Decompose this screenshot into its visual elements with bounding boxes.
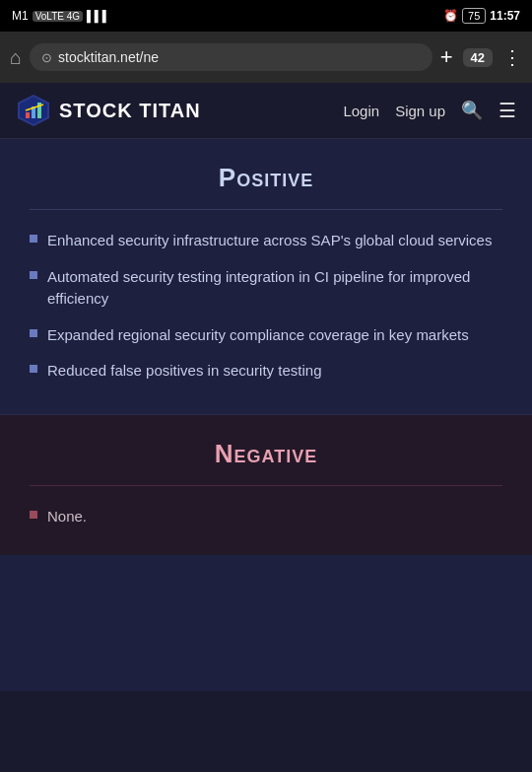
network-type-label: VoLTE 4G <box>33 11 83 22</box>
list-item: None. <box>30 506 502 528</box>
login-link[interactable]: Login <box>343 103 379 119</box>
site-logo[interactable]: STOCK TITAN <box>16 93 201 128</box>
bullet-text: Expanded regional security compliance co… <box>47 324 469 347</box>
search-icon[interactable]: 🔍 <box>461 100 483 121</box>
list-item: Enhanced security infrastructure across … <box>30 230 502 252</box>
status-right: ⏰ 75 11:57 <box>443 8 520 24</box>
url-security-icon: ⊙ <box>41 50 52 65</box>
bullet-icon <box>30 329 37 337</box>
negative-bullet-list: None. <box>30 506 502 528</box>
site-title: STOCK TITAN <box>59 100 201 122</box>
hamburger-menu-icon[interactable]: ☰ <box>499 99 516 122</box>
alarm-icon: ⏰ <box>443 9 458 23</box>
new-tab-button[interactable]: + <box>440 44 453 70</box>
positive-bullet-list: Enhanced security infrastructure across … <box>30 230 502 383</box>
browser-actions: + 42 ⋮ <box>440 44 522 70</box>
negative-divider <box>30 485 502 486</box>
site-nav: Login Sign up 🔍 ☰ <box>343 99 516 122</box>
positive-divider <box>30 209 502 210</box>
signup-link[interactable]: Sign up <box>395 103 445 119</box>
browser-chrome: ⌂ ⊙ stocktitan.net/ne + 42 ⋮ <box>0 32 532 83</box>
list-item: Reduced false positives in security test… <box>30 360 502 383</box>
signal-icon: ▌▌▌ <box>87 10 109 22</box>
bullet-icon <box>30 235 37 243</box>
browser-home-button[interactable]: ⌂ <box>10 46 22 69</box>
main-content: Positive Enhanced security infrastructur… <box>0 139 532 691</box>
positive-section-title: Positive <box>30 163 502 193</box>
time-label: 11:57 <box>490 9 520 23</box>
logo-icon <box>16 93 51 128</box>
bullet-text: Automated security testing integration i… <box>47 266 502 311</box>
negative-section: Negative None. <box>0 415 532 556</box>
browser-menu-button[interactable]: ⋮ <box>502 45 522 69</box>
bullet-icon <box>30 511 37 519</box>
bullet-text: Reduced false positives in security test… <box>47 360 321 383</box>
bullet-text: Enhanced security infrastructure across … <box>47 230 492 252</box>
status-bar: M1 VoLTE 4G ▌▌▌ ⏰ 75 11:57 <box>0 0 532 32</box>
home-icon: ⌂ <box>10 46 22 68</box>
list-item: Automated security testing integration i… <box>30 266 502 311</box>
browser-url-bar[interactable]: ⊙ stocktitan.net/ne <box>30 43 432 71</box>
bullet-icon <box>30 365 37 373</box>
bullet-icon <box>30 271 37 279</box>
carrier-label: M1 <box>12 9 29 23</box>
status-left: M1 VoLTE 4G ▌▌▌ <box>12 9 109 23</box>
site-header: STOCK TITAN Login Sign up 🔍 ☰ <box>0 83 532 139</box>
battery-indicator: 75 <box>462 8 486 24</box>
list-item: Expanded regional security compliance co… <box>30 324 502 347</box>
bullet-text: None. <box>47 506 87 528</box>
tabs-count-badge[interactable]: 42 <box>463 48 493 67</box>
positive-section: Positive Enhanced security infrastructur… <box>0 139 532 415</box>
url-text: stocktitan.net/ne <box>58 49 421 65</box>
negative-section-title: Negative <box>30 439 502 469</box>
